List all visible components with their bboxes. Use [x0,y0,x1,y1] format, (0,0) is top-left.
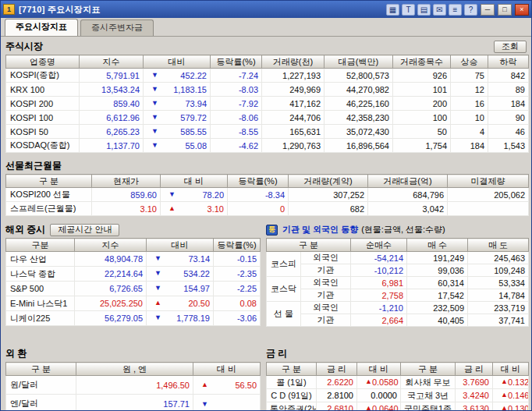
investors-table: 구 분순매수매 수매 도 코스피외국인-54,214191,249245,463… [266,238,529,327]
table-row[interactable]: E-Mini 나스닥125,025.250▲20.500.08 [6,296,261,311]
rate-value: 3.6130 [456,402,493,411]
amount-value: 3,042 [368,202,448,216]
index-value: 25,025.250 [75,296,147,311]
table-row[interactable]: S&P 5006,726.65▼154.97-2.25 [6,282,261,296]
table-row[interactable]: KOSPI 200859.40▼73.94-7.92417,16246,225,… [6,97,529,111]
change-cell: ▲0.1460 [493,389,529,402]
market-name: 다우 산업 [6,252,75,267]
down-triangle-icon: ▼ [154,284,161,292]
window-title: [7710] 주요시장지표 [19,4,101,16]
table-row[interactable]: KOSDAQ(종합)1,137.70▼55.08-4.621,290,76316… [6,139,529,153]
sell-value: 37,741 [468,314,529,327]
currency-name: 원/달러 [6,376,76,395]
close-button[interactable]: × [515,4,529,16]
column-header: 매 도 [468,239,529,252]
volume-value: 307,252 [289,188,368,202]
market-name: S&P 500 [6,282,75,296]
down-triangle-icon: ▼ [151,127,158,135]
change-cell: ▲0.1300 [493,402,529,411]
index-value: 6,265.23 [80,125,144,139]
header-row: 업종명지수대비등락률(%)거래량(천)대금(백만)거래종목수상승하락 [6,55,529,69]
rates-section-title: 금 리 [266,347,287,360]
market-group-label: 코스피 [267,252,301,277]
amount-value: 46,225,160 [325,97,393,111]
header-row: 구 분순매수매 수매 도 [267,239,529,252]
rate-name: 통안증권(2년) [267,402,317,411]
table-row[interactable]: 통안증권(2년)2.6810▲0.0640국민주택1종3.6130▲0.1300 [267,402,529,411]
maximize-button[interactable]: □ [498,4,512,16]
mail-icon[interactable]: ✉ [433,4,446,16]
provision-time-button[interactable]: 제공시간 안내 [50,224,119,236]
items-count: 926 [393,69,451,83]
table-row[interactable]: KOSPI 1006,612.96▼579.72-8.06244,70642,3… [6,111,529,125]
investor-type: 외국인 [301,252,351,264]
table-row[interactable]: 엔/달러157.71▼ [6,395,261,411]
sell-value: 53,334 [468,277,529,289]
stock-index-table: 업종명지수대비등락률(%)거래량(천)대금(백만)거래종목수상승하락 KOSPI… [5,55,529,153]
rate-value: -8.55 [211,125,262,139]
title-bar[interactable]: 1 [7710] 주요시장지표 ▦ T ▤ ✉ ≡ ? ─ □ × [1,1,531,18]
column-header: 지수 [75,239,147,252]
table-row[interactable]: 스프레드(근월물)3.10▲3.1006823,042 [6,202,529,216]
tab-market-funds[interactable]: 증시주변자금 [80,19,154,36]
table-row[interactable]: KOSPI 506,265.23▼585.55-8.55165,63135,07… [6,125,529,139]
column-header: 구 분 [6,363,76,376]
table-row[interactable]: 기관2,66440,40537,741 [267,314,529,327]
minimize-button[interactable]: ─ [481,4,495,16]
table-row[interactable]: 콜 (1일)2.6220▲0.0580회사채 무보3.7690▲0.1320 [267,376,529,389]
change-cell: ▼73.14 [147,252,214,267]
menu-icon[interactable]: ≡ [449,4,462,16]
down-triangle-icon: ▼ [151,113,158,121]
net-buy-value: 6,981 [351,277,407,289]
table-row[interactable]: 기관2,75817,54214,784 [267,289,529,302]
volume-value: 165,631 [262,125,325,139]
table-row[interactable]: 원/달러1,496.50▲56.50 [6,376,261,395]
up-count: 184 [451,139,488,153]
table-row[interactable]: KRX 10013,543.24▼1,183.15-8.03249,96944,… [6,83,529,97]
table-row[interactable]: 코스닥외국인6,98160,31453,334 [267,277,529,289]
column-header: 대 비 [161,175,228,188]
change-cell: ▼ [193,395,261,411]
column-header: 금 리 [456,363,493,376]
copy-icon[interactable]: ▤ [417,4,431,16]
index-value: 6,612.96 [80,111,144,125]
font-icon[interactable]: T [402,4,415,16]
table-row[interactable]: C D (91일)2.81000.0000국고채 3년3.4240▲0.1460 [267,389,529,402]
table-row[interactable]: 기관-10,21299,036109,248 [267,264,529,277]
table-row[interactable]: KOSPI(종합)5,791.91▼452.22-7.241,227,19352… [6,69,529,83]
query-button[interactable]: 조회 [494,41,527,53]
column-header: 등락률(%) [211,55,262,69]
column-header: 등락률(%) [214,239,261,252]
fx-section-title: 외 환 [5,347,27,360]
tab-major-market-indicators[interactable]: 주요시장지표 [5,19,78,36]
table-row[interactable]: 선 물외국인-1,210232,509233,719 [267,302,529,314]
investors-section-subtitle: (현물:금액, 선물:수량) [361,224,445,236]
net-buy-value: 2,758 [351,289,407,302]
table-row[interactable]: 코스피외국인-54,214191,249245,463 [267,252,529,264]
help-icon[interactable]: ? [464,4,477,16]
volume-value: 682 [289,202,368,216]
investor-type: 기관 [301,264,351,277]
rate-value: -7.92 [211,97,262,111]
volume-value: 1,290,763 [262,139,325,153]
sector-name: KOSPI 200 [6,97,80,111]
market-group-label: 코스닥 [267,277,301,302]
table-row[interactable]: KOSPI200 선물859.60▼78.20-8.34307,252684,7… [6,188,529,202]
up-count: 4 [451,125,488,139]
amount-value: 35,072,430 [325,125,393,139]
instrument-name: 스프레드(근월물) [6,202,92,216]
overseas-table: 구분지수대비등락률(%) 다우 산업48,904.78▼73.14-0.15 나… [5,238,261,326]
table-row[interactable]: 다우 산업48,904.78▼73.14-0.15 [6,252,261,267]
table-row[interactable]: 니케이22556,279.05▼1,778.19-3.06 [6,311,261,326]
sell-value: 245,463 [468,252,529,264]
table-row[interactable]: 나스닥 종합22,214.64▼534.22-2.35 [6,267,261,282]
chart-icon[interactable]: ▦ [386,4,399,16]
rate-name: C D (91일) [267,389,317,402]
down-count: 842 [488,69,529,83]
up-count: 12 [451,83,488,97]
volume-value: 417,162 [262,97,325,111]
header-row: 구분지수대비등락률(%) [6,239,261,252]
buy-value: 60,314 [407,277,468,289]
column-header: 거래량(계약) [289,175,368,188]
rate-value: 0 [228,202,289,216]
